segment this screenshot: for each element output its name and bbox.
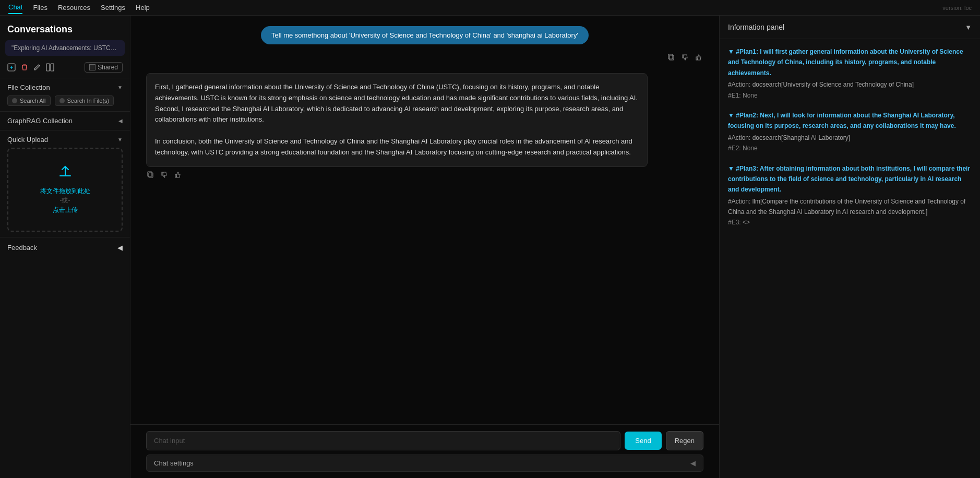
nav-settings[interactable]: Settings (101, 2, 125, 14)
svg-rect-5 (149, 173, 153, 177)
nav-resources[interactable]: Resources (58, 2, 90, 14)
svg-rect-2 (51, 64, 54, 71)
file-collection-section: File Collection ▼ Search All Search In F… (0, 78, 130, 111)
plan-3-title: ▼ #Plan3: After obtaining information ab… (728, 163, 972, 195)
info-panel-title: Information panel (728, 23, 784, 31)
file-collection-chevron: ▼ (117, 85, 123, 90)
quick-upload-header[interactable]: Quick Upload ▼ (7, 136, 123, 144)
version-text: version: loc (942, 5, 972, 11)
svg-rect-4 (668, 54, 673, 59)
search-in-files-toggle[interactable]: Search In File(s) (55, 95, 114, 106)
svg-rect-1 (46, 64, 50, 71)
upload-or-text: -或- (14, 196, 116, 205)
chat-settings-bar[interactable]: Chat settings ◀ (146, 455, 703, 472)
quick-upload-section: Quick Upload ▼ 将文件拖放到此处 -或- 点击上传 (0, 130, 130, 237)
right-panel: Information panel ▼ ▼ #Plan1: I will fir… (719, 16, 980, 478)
search-all-label: Search All (20, 98, 46, 104)
plan-1-title: ▼ #Plan1: I will first gather general in… (728, 46, 972, 78)
info-panel-chevron[interactable]: ▼ (965, 23, 972, 31)
ai-message-actions (146, 170, 183, 181)
plan-2-action: #Action: docsearch[Shanghai AI Laborator… (728, 133, 972, 143)
input-row: Send Regen (146, 431, 703, 450)
graphrag-chevron: ◀ (118, 118, 123, 124)
file-collection-label: File Collection (7, 83, 50, 91)
upload-icon (14, 164, 116, 182)
copy-icon-bottom[interactable] (146, 170, 156, 181)
like-icon-bottom[interactable] (173, 170, 183, 181)
file-collection-header[interactable]: File Collection ▼ (7, 83, 123, 91)
top-nav: Chat Files Resources Settings Help versi… (0, 0, 980, 16)
chat-settings-arrow: ◀ (690, 459, 696, 467)
feedback-section: Feedback ◀ (0, 237, 130, 258)
search-all-circle (12, 98, 17, 103)
search-in-files-label: Search In File(s) (67, 98, 110, 104)
split-icon[interactable] (46, 63, 54, 71)
user-message: Tell me somethong about 'University of S… (261, 26, 589, 44)
feedback-header[interactable]: Feedback ◀ (7, 244, 123, 252)
nav-files[interactable]: Files (33, 2, 47, 14)
graphrag-header[interactable]: GraphRAG Collection ◀ (7, 117, 123, 125)
upload-area[interactable]: 将文件拖放到此处 -或- 点击上传 (7, 148, 123, 232)
input-area: Send Regen Chat settings ◀ (130, 424, 719, 478)
sidebar-title: Conversations (0, 16, 130, 40)
feedback-label: Feedback (7, 244, 37, 252)
ai-response-p2: In conclusion, both the University of Sc… (155, 136, 639, 158)
info-panel-content: ▼ #Plan1: I will first gather general in… (720, 39, 980, 478)
shared-checkbox (89, 64, 95, 70)
graphrag-label: GraphRAG Collection (7, 117, 73, 125)
plan-3-evidence: #E3: <> (728, 217, 972, 228)
send-button[interactable]: Send (625, 432, 661, 450)
upload-click-text: 点击上传 (14, 205, 116, 215)
upload-drag-text: 将文件拖放到此处 (14, 186, 116, 196)
like-icon-top[interactable] (694, 53, 703, 64)
plan-3-action: #Action: llm[Compare the contributions o… (728, 196, 972, 218)
quick-upload-label: Quick Upload (7, 136, 48, 144)
chat-settings-label: Chat settings (154, 459, 194, 467)
conversation-item[interactable]: "Exploring AI Advancements: USTC and Sh (5, 40, 125, 56)
ai-message-wrap: First, I gathered general information ab… (146, 73, 703, 181)
messages-container: Tell me somethong about 'University of S… (130, 16, 719, 424)
sidebar-actions: Shared (0, 60, 130, 78)
new-chat-icon[interactable] (7, 63, 16, 71)
svg-rect-6 (148, 172, 152, 176)
main-layout: Conversations "Exploring AI Advancements… (0, 16, 980, 478)
dislike-icon-bottom[interactable] (160, 170, 169, 181)
regen-button[interactable]: Regen (666, 431, 703, 450)
nav-help[interactable]: Help (136, 2, 150, 14)
edit-icon[interactable] (33, 64, 41, 71)
copy-icon-top[interactable] (667, 53, 676, 64)
search-in-files-circle (59, 98, 65, 103)
search-all-toggle[interactable]: Search All (7, 95, 51, 106)
plan-2-title: ▼ #Plan2: Next, I will look for informat… (728, 110, 972, 132)
graphrag-section: GraphRAG Collection ◀ (0, 111, 130, 130)
plan-2-evidence: #E2: None (728, 143, 972, 153)
nav-chat[interactable]: Chat (8, 1, 22, 14)
user-message-wrap: Tell me somethong about 'University of S… (146, 26, 703, 44)
ai-top-actions (146, 53, 703, 64)
ai-message: First, I gathered general information ab… (146, 73, 648, 167)
quick-upload-chevron: ▼ (117, 137, 123, 142)
sidebar: Conversations "Exploring AI Advancements… (0, 16, 130, 478)
plan-2: ▼ #Plan2: Next, I will look for informat… (728, 110, 972, 154)
shared-label: Shared (98, 64, 118, 71)
delete-icon[interactable] (21, 64, 28, 71)
plan-1: ▼ #Plan1: I will first gather general in… (728, 46, 972, 101)
svg-rect-3 (670, 55, 674, 60)
shared-badge[interactable]: Shared (85, 62, 123, 73)
chat-input[interactable] (146, 431, 620, 450)
search-toggles: Search All Search In File(s) (7, 95, 123, 106)
dislike-icon-top[interactable] (680, 53, 690, 64)
plan-1-evidence: #E1: None (728, 90, 972, 101)
plan-1-action: #Action: docsearch[University of Science… (728, 79, 972, 90)
plan-3: ▼ #Plan3: After obtaining information ab… (728, 163, 972, 228)
chat-area: Tell me somethong about 'University of S… (130, 16, 719, 478)
ai-response-p1: First, I gathered general information ab… (155, 82, 639, 125)
info-panel-header: Information panel ▼ (720, 16, 980, 39)
feedback-chevron: ◀ (117, 244, 123, 252)
